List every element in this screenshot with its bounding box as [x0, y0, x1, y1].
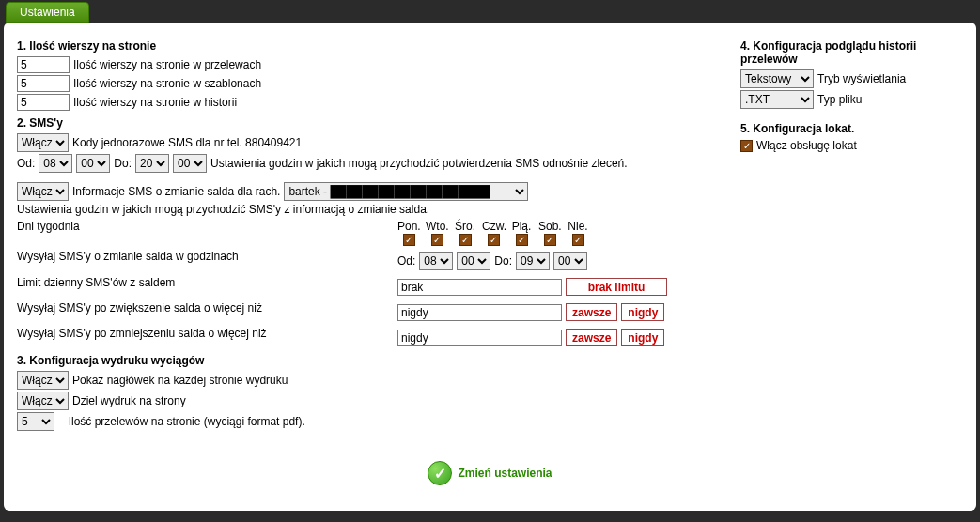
print-count-label: Ilość przelewów na stronie (wyciągi form…: [69, 415, 305, 428]
increase-never-button[interactable]: nigdy: [621, 303, 664, 321]
section-5-title: 5. Konfiguracja lokat.: [740, 122, 963, 135]
print-split-select[interactable]: Włącz: [17, 392, 69, 410]
file-type-label: Typ pliku: [817, 93, 862, 106]
sms-to-hour[interactable]: 20: [135, 154, 169, 173]
weekday-mon-checkbox[interactable]: [403, 234, 415, 246]
daily-limit-label: Limit dzienny SMS'ów z saldem: [17, 276, 397, 298]
sms-hours-desc: Ustawienia godzin w jakich mogą przychod…: [210, 157, 628, 170]
print-header-select[interactable]: Włącz: [17, 371, 69, 390]
sms-from-hour[interactable]: 08: [39, 154, 72, 173]
rows-transfers-label: Ilość wierszy na stronie w przelewach: [73, 58, 261, 71]
weekday-fri-checkbox[interactable]: [516, 234, 528, 246]
decrease-always-button[interactable]: zawsze: [566, 329, 617, 346]
rows-transfers-input[interactable]: [17, 56, 70, 73]
increase-input[interactable]: [397, 304, 562, 321]
sms-balance-enable-select[interactable]: Włącz: [17, 182, 69, 201]
save-settings-button[interactable]: ✓ Zmień ustawienia: [428, 461, 552, 485]
sms-to-min[interactable]: 00: [173, 154, 207, 173]
check-icon: ✓: [428, 461, 452, 485]
sms-balance-label: Informacje SMS o zmianie salda dla rach.: [72, 185, 280, 198]
balance-to-min[interactable]: 00: [553, 252, 587, 270]
print-count-select[interactable]: 5: [17, 412, 54, 431]
deposits-enable-checkbox[interactable]: [740, 140, 753, 152]
weekday-tue-checkbox[interactable]: [431, 234, 443, 246]
display-mode-select[interactable]: Tekstowy: [740, 69, 814, 88]
rows-history-input[interactable]: [17, 94, 70, 111]
weekdays-label: Dni tygodnia: [17, 220, 397, 246]
rows-history-label: Ilość wierszy na stronie w historii: [73, 96, 237, 109]
print-header-label: Pokaż nagłówek na każdej stronie wydruku: [72, 374, 288, 387]
file-type-select[interactable]: .TXT: [740, 90, 814, 109]
to-label: Do:: [114, 157, 132, 170]
weekday-wed-checkbox[interactable]: [459, 234, 472, 246]
rows-templates-label: Ilość wierszy na stronie w szablonach: [73, 77, 261, 90]
sms-codes-enable-select[interactable]: Włącz: [17, 133, 69, 152]
weekday-sat-checkbox[interactable]: [544, 234, 556, 246]
print-split-label: Dziel wydruk na strony: [72, 394, 186, 407]
account-select[interactable]: bartek - ████████████████████: [284, 182, 528, 201]
decrease-label: Wysyłaj SMS'y po zmniejszeniu salda o wi…: [17, 327, 397, 348]
balance-from-hour[interactable]: 08: [419, 252, 453, 270]
sms-from-min[interactable]: 00: [76, 154, 110, 173]
rows-templates-input[interactable]: [17, 75, 70, 92]
balance-hours-label: Wysyłaj SMS'y o zmianie salda w godzinac…: [17, 250, 397, 272]
weekday-thu-checkbox[interactable]: [488, 234, 500, 246]
sms-balance-hours-desc: Ustawienia godzin w jakich mogą przychod…: [17, 203, 429, 216]
section-4-title: 4. Konfiguracja podglądu historii przele…: [740, 39, 963, 66]
section-3-title: 3. Konfiguracja wydruku wyciągów: [17, 354, 703, 367]
balance-from-min[interactable]: 00: [457, 252, 490, 270]
section-1-title: 1. Ilość wierszy na stronie: [17, 39, 703, 53]
sms-codes-label: Kody jednorazowe SMS dla nr tel. 8804094…: [72, 136, 302, 149]
tab-settings[interactable]: Ustawienia: [6, 2, 89, 23]
increase-always-button[interactable]: zawsze: [566, 303, 617, 321]
increase-label: Wysyłaj SMS'y po zwiększenie salda o wię…: [17, 301, 397, 323]
decrease-never-button[interactable]: nigdy: [621, 329, 664, 346]
section-2-title: 2. SMS'y: [17, 116, 703, 130]
decrease-input[interactable]: [397, 330, 562, 346]
daily-limit-input[interactable]: [397, 279, 562, 296]
deposits-enable-label: Włącz obsługę lokat: [756, 139, 857, 152]
display-mode-label: Tryb wyświetlania: [817, 72, 906, 85]
weekday-sun-checkbox[interactable]: [572, 234, 584, 246]
no-limit-button[interactable]: brak limitu: [566, 278, 667, 296]
weekday-headers: Pon. Wto. Śro. Czw. Pią. Sob. Nie.: [397, 220, 703, 233]
balance-to-hour[interactable]: 09: [516, 252, 550, 270]
from-label: Od:: [17, 157, 35, 170]
